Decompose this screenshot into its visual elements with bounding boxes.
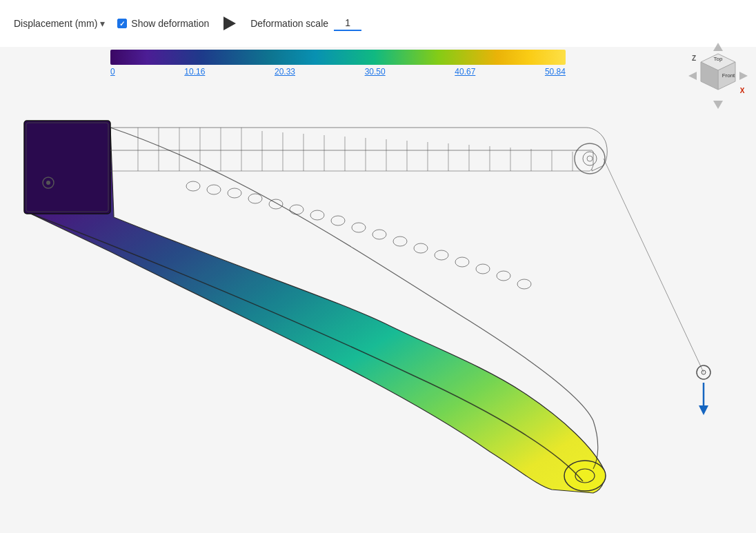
legend-value-4: 40.67 <box>455 67 475 77</box>
svg-text:Top: Top <box>714 56 723 62</box>
toolbar: Displacement (mm) ▾ Show deformation Def… <box>0 0 756 47</box>
color-legend: 0 10.16 20.33 30.50 40.67 50.84 <box>110 50 566 77</box>
displacement-dropdown[interactable]: Displacement (mm) ▾ <box>14 18 105 29</box>
svg-marker-56 <box>688 72 697 80</box>
legend-value-5[interactable]: 50.84 <box>545 67 566 77</box>
svg-marker-57 <box>739 72 748 80</box>
svg-text:Front: Front <box>722 72 735 79</box>
legend-value-1: 10.16 <box>184 67 205 77</box>
svg-text:X: X <box>740 87 745 94</box>
3d-viewport[interactable]: Displacement (mm) ▾ Show deformation Def… <box>0 0 756 533</box>
legend-value-0[interactable]: 0 <box>110 67 115 77</box>
play-button[interactable] <box>221 15 238 32</box>
deformation-scale-input[interactable] <box>334 16 361 31</box>
svg-point-48 <box>564 461 606 491</box>
svg-marker-55 <box>713 101 723 109</box>
deformation-scale-control: Deformation scale <box>250 16 361 31</box>
svg-marker-54 <box>713 43 723 51</box>
orientation-cube[interactable]: Top Front Z X <box>687 41 749 110</box>
show-deformation-checkbox[interactable] <box>117 19 127 28</box>
legend-labels: 0 10.16 20.33 30.50 40.67 50.84 <box>110 67 566 77</box>
legend-value-3: 30.50 <box>365 67 386 77</box>
show-deformation-label: Show deformation <box>131 18 209 29</box>
deformation-scale-label: Deformation scale <box>250 18 328 29</box>
displacement-label: Displacement (mm) <box>14 18 97 29</box>
legend-bar <box>110 50 566 65</box>
svg-point-4 <box>46 181 50 185</box>
svg-rect-1 <box>24 121 110 214</box>
play-triangle-icon <box>223 17 236 30</box>
show-deformation-control[interactable]: Show deformation <box>117 18 209 29</box>
legend-value-2: 20.33 <box>275 67 295 77</box>
svg-text:Z: Z <box>692 54 696 62</box>
svg-rect-0 <box>0 0 756 533</box>
dropdown-arrow-icon: ▾ <box>100 18 105 29</box>
